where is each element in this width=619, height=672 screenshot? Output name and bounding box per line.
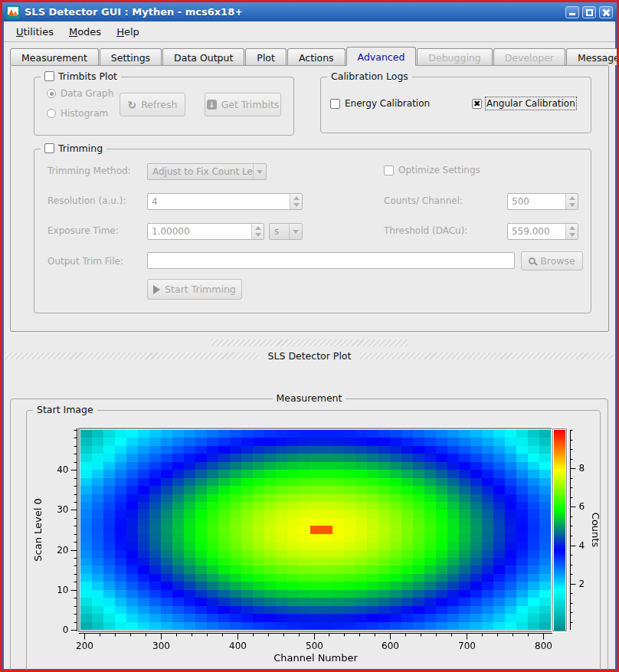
tab-advanced[interactable]: Advanced bbox=[346, 47, 417, 66]
spin-up-icon bbox=[293, 196, 300, 200]
threshold-value: 559.000 bbox=[508, 226, 565, 237]
tab-plot[interactable]: Plot bbox=[245, 48, 287, 65]
minimize-icon[interactable] bbox=[565, 6, 579, 18]
angular-calibration-checkbox[interactable]: ✖ bbox=[472, 99, 482, 109]
browse-label: Browse bbox=[540, 255, 575, 267]
spin-up-icon bbox=[255, 226, 261, 230]
threshold-label: Threshold (DACu): bbox=[384, 225, 467, 236]
output-trim-file-input bbox=[147, 252, 515, 269]
plot-dock-titlebar[interactable]: SLS Detector Plot bbox=[4, 349, 615, 362]
chevron-down-icon bbox=[293, 230, 299, 234]
trimbits-plot-checkbox[interactable]: ✖ bbox=[44, 71, 54, 81]
trimming-method-value: Adjust to Fix Count Level bbox=[148, 166, 253, 177]
threshold-spinbox: 559.000 bbox=[507, 223, 578, 240]
maximize-icon[interactable] bbox=[582, 6, 596, 18]
energy-calibration-checkbox[interactable]: ✖ bbox=[330, 99, 340, 109]
menu-utilities[interactable]: Utilities bbox=[8, 24, 61, 40]
trimming-title: Trimming bbox=[58, 143, 103, 154]
splitter-handle[interactable] bbox=[211, 339, 408, 346]
calibration-logs-group: Calibration Logs ✖ Energy Calibration ✖ … bbox=[320, 77, 591, 133]
window-title: SLS Detector GUI : Mythen - mcs6x18+ bbox=[25, 6, 561, 18]
trimbits-plot-group: ✖ Trimbits Plot Data Graph Histogram ↻ R… bbox=[34, 77, 294, 136]
calibration-logs-title: Calibration Logs bbox=[331, 70, 408, 82]
histogram-label: Histogram bbox=[61, 108, 108, 119]
start-image-group: Start Image bbox=[26, 410, 601, 672]
data-graph-label: Data Graph bbox=[61, 88, 113, 99]
chevron-down-icon bbox=[257, 170, 263, 174]
tab-actions[interactable]: Actions bbox=[287, 48, 346, 65]
tab-bar: Measurement Settings Data Output Plot Ac… bbox=[4, 42, 615, 65]
trimbits-plot-title: Trimbits Plot bbox=[58, 70, 117, 82]
get-trimbits-button: ↓ Get Trimbits bbox=[205, 93, 281, 116]
resolution-value: 4 bbox=[148, 196, 290, 207]
trimming-checkbox[interactable]: ✖ bbox=[44, 143, 54, 153]
exposure-time-label: Exposure Time: bbox=[47, 225, 119, 236]
browse-button: Browse bbox=[521, 251, 583, 270]
spin-down-icon bbox=[255, 233, 261, 237]
spin-down-icon bbox=[569, 203, 575, 207]
magnifier-icon bbox=[529, 257, 535, 264]
tab-measurement[interactable]: Measurement bbox=[10, 48, 99, 65]
data-graph-radio bbox=[47, 89, 56, 98]
energy-calibration-label: Energy Calibration bbox=[345, 98, 430, 109]
app-logo-icon bbox=[6, 5, 20, 19]
detector-heatmap-canvas[interactable] bbox=[27, 411, 600, 672]
spin-up-icon bbox=[569, 226, 575, 230]
exposure-time-value: 1.00000 bbox=[148, 226, 251, 237]
refresh-label: Refresh bbox=[141, 99, 177, 110]
trimming-method-combo: Adjust to Fix Count Level bbox=[147, 163, 267, 180]
angular-calibration-label: Angular Calibration bbox=[486, 98, 575, 109]
exposure-time-spinbox: 1.00000 bbox=[147, 223, 264, 240]
menu-help[interactable]: Help bbox=[109, 24, 147, 40]
dock-texture-right bbox=[360, 352, 614, 359]
menu-modes[interactable]: Modes bbox=[61, 24, 109, 40]
tab-settings[interactable]: Settings bbox=[100, 48, 162, 65]
dock-texture-left bbox=[5, 352, 259, 359]
download-icon: ↓ bbox=[207, 100, 217, 110]
tab-messages[interactable]: Messages bbox=[566, 48, 619, 65]
spin-down-icon bbox=[569, 233, 575, 237]
measurement-group: Measurement Start Image bbox=[10, 398, 608, 672]
optimize-settings-checkbox: ✖ bbox=[384, 166, 394, 175]
refresh-button: ↻ Refresh bbox=[120, 93, 185, 116]
get-trimbits-label: Get Trimbits bbox=[221, 99, 280, 110]
refresh-icon: ↻ bbox=[128, 100, 137, 110]
exposure-unit-combo: s bbox=[269, 223, 303, 240]
start-trimming-button: Start Trimming bbox=[147, 279, 242, 300]
start-trimming-label: Start Trimming bbox=[165, 284, 236, 295]
tab-developer: Developer bbox=[493, 48, 565, 65]
play-icon bbox=[153, 285, 160, 294]
exposure-unit-value: s bbox=[270, 226, 289, 237]
spin-up-icon bbox=[569, 196, 575, 200]
output-trim-file-label: Output Trim File: bbox=[47, 256, 123, 267]
application-window: { "window": { "title": "SLS Detector GUI… bbox=[0, 0, 619, 672]
menubar: Utilities Modes Help bbox=[4, 21, 615, 42]
plot-dock-title: SLS Detector Plot bbox=[268, 350, 352, 362]
close-icon[interactable] bbox=[599, 6, 613, 18]
advanced-tab-pane: ✖ Trimbits Plot Data Graph Histogram ↻ R… bbox=[10, 65, 609, 332]
optimize-settings-label: Optimize Settings bbox=[398, 165, 480, 175]
tab-data-output[interactable]: Data Output bbox=[162, 48, 244, 65]
resolution-spinbox: 4 bbox=[147, 193, 303, 210]
counts-channel-spinbox: 500 bbox=[507, 193, 578, 210]
app-content: Utilities Modes Help Measurement Setting… bbox=[4, 21, 615, 669]
trimming-group: ✖ Trimming Trimming Method: Adjust to Fi… bbox=[34, 149, 591, 313]
spin-down-icon bbox=[293, 203, 300, 207]
titlebar[interactable]: SLS Detector GUI : Mythen - mcs6x18+ bbox=[2, 2, 617, 21]
tab-debugging: Debugging bbox=[417, 48, 492, 65]
histogram-radio bbox=[47, 109, 56, 118]
counts-channel-value: 500 bbox=[508, 196, 565, 207]
measurement-title: Measurement bbox=[277, 392, 342, 404]
resolution-label: Resolution (a.u.): bbox=[47, 195, 126, 206]
trimming-method-label: Trimming Method: bbox=[47, 166, 131, 176]
counts-channel-label: Counts/ Channel: bbox=[384, 195, 463, 206]
